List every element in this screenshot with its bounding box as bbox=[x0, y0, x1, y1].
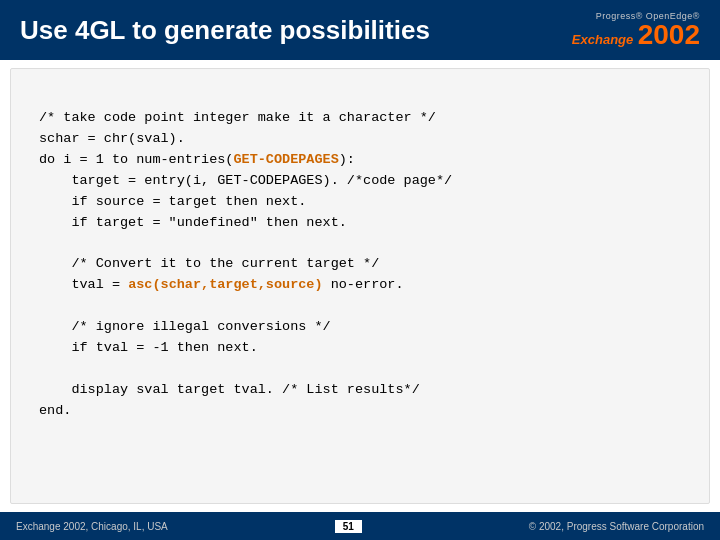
page-number: 51 bbox=[335, 520, 362, 533]
code-line-5: if source = target then next. bbox=[39, 194, 306, 209]
logo-exchange-year: Exchange 2002 bbox=[572, 21, 700, 49]
slide-container: Use 4GL to generate possibilities Progre… bbox=[0, 0, 720, 540]
code-line-12: if tval = -1 then next. bbox=[39, 340, 258, 355]
code-line-3-prefix: do i = 1 to num-entries( bbox=[39, 152, 233, 167]
code-line-3-suffix: ): bbox=[339, 152, 355, 167]
header: Use 4GL to generate possibilities Progre… bbox=[0, 0, 720, 60]
logo-area: Progress® OpenEdge® Exchange 2002 bbox=[572, 11, 700, 49]
code-line-2: schar = chr(sval). bbox=[39, 131, 185, 146]
code-line-15: end. bbox=[39, 403, 71, 418]
code-line-9-prefix: tval = bbox=[39, 277, 128, 292]
code-line-14: display sval target tval. /* List result… bbox=[39, 382, 420, 397]
code-line-4: target = entry(i, GET-CODEPAGES). /*code… bbox=[39, 173, 452, 188]
code-asc-highlight: asc(schar,target,source) bbox=[128, 277, 322, 292]
code-line-8: /* Convert it to the current target */ bbox=[39, 256, 379, 271]
content-area: /* take code point integer make it a cha… bbox=[10, 68, 710, 504]
logo-year: 2002 bbox=[638, 19, 700, 50]
code-line-11: /* ignore illegal conversions */ bbox=[39, 319, 331, 334]
code-line-9-suffix: no-error. bbox=[323, 277, 404, 292]
code-line-1: /* take code point integer make it a cha… bbox=[39, 110, 436, 125]
footer-left: Exchange 2002, Chicago, IL, USA bbox=[16, 521, 168, 532]
code-line-6: if target = "undefined" then next. bbox=[39, 215, 347, 230]
slide-title: Use 4GL to generate possibilities bbox=[20, 15, 430, 46]
footer: Exchange 2002, Chicago, IL, USA 51 © 200… bbox=[0, 512, 720, 540]
logo-exchange: Exchange bbox=[572, 32, 633, 47]
code-block: /* take code point integer make it a cha… bbox=[39, 87, 681, 443]
code-get-codepages-1: GET-CODEPAGES bbox=[233, 152, 338, 167]
footer-right: © 2002, Progress Software Corporation bbox=[529, 521, 704, 532]
